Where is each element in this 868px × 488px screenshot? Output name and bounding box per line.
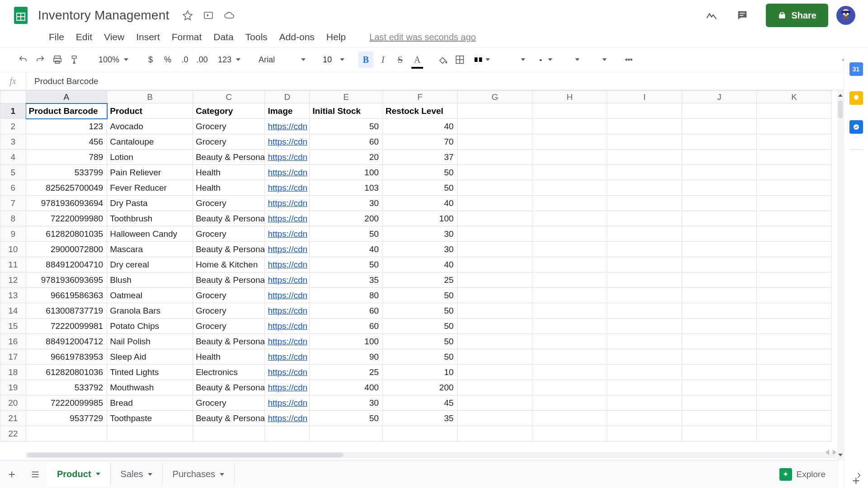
cell-F1[interactable]: Restock Level xyxy=(382,103,458,119)
image-link[interactable]: https://cdn xyxy=(268,198,307,208)
cell-C18[interactable]: Electronics xyxy=(193,365,264,380)
cell-A8[interactable]: 72220099980 xyxy=(26,211,107,226)
row-header-7[interactable]: 7 xyxy=(0,196,26,211)
cell-E17[interactable]: 90 xyxy=(310,349,382,365)
cloud-status-icon[interactable] xyxy=(223,9,235,21)
cell-I8[interactable] xyxy=(607,211,682,226)
image-link[interactable]: https://cdn xyxy=(268,291,307,300)
cell-A11[interactable]: 884912004710 xyxy=(26,257,107,272)
cell-G16[interactable] xyxy=(458,334,533,349)
cell-B9[interactable]: Halloween Candy xyxy=(107,226,193,242)
cell-J3[interactable] xyxy=(682,134,757,150)
cell-E14[interactable]: 60 xyxy=(310,303,382,319)
cell-B15[interactable]: Potato Chips xyxy=(107,319,193,334)
last-edit-link[interactable]: Last edit was seconds ago xyxy=(369,32,476,42)
cell-B7[interactable]: Dry Pasta xyxy=(107,196,193,211)
cell-H10[interactable] xyxy=(532,242,607,257)
row-header-21[interactable]: 21 xyxy=(0,411,26,426)
cell-D4[interactable]: https://cdn xyxy=(265,150,310,165)
cell-D18[interactable]: https://cdn xyxy=(265,365,310,380)
document-title[interactable]: Inventory Management xyxy=(38,8,169,23)
cell-I9[interactable] xyxy=(607,226,682,242)
cell-E12[interactable]: 35 xyxy=(310,272,382,288)
cell-I20[interactable] xyxy=(607,395,682,411)
cell-H11[interactable] xyxy=(532,257,607,272)
redo-button[interactable] xyxy=(33,52,48,68)
cell-I15[interactable] xyxy=(607,319,682,334)
cell-I22[interactable] xyxy=(607,426,682,441)
horizontal-scroll-thumb[interactable] xyxy=(27,453,344,457)
cell-J7[interactable] xyxy=(682,196,757,211)
cell-K15[interactable] xyxy=(757,319,832,334)
borders-button[interactable] xyxy=(452,52,467,68)
cell-G5[interactable] xyxy=(458,165,533,180)
cell-K7[interactable] xyxy=(757,196,832,211)
column-header-J[interactable]: J xyxy=(682,91,757,103)
cell-E11[interactable]: 50 xyxy=(310,257,382,272)
cell-C21[interactable]: Beauty & Personal xyxy=(193,411,264,426)
sheet-nav-left[interactable] xyxy=(826,450,829,455)
font-family-select[interactable]: Arial xyxy=(255,55,309,65)
sheet-nav-right[interactable] xyxy=(833,450,836,455)
cell-F14[interactable]: 50 xyxy=(382,303,458,319)
cell-K16[interactable] xyxy=(757,334,832,349)
cell-B22[interactable] xyxy=(107,426,193,441)
number-format-select[interactable]: 123 xyxy=(212,55,245,65)
cell-D11[interactable]: https://cdn xyxy=(265,257,310,272)
column-header-K[interactable]: K xyxy=(757,91,832,103)
cell-K22[interactable] xyxy=(757,426,832,441)
cell-J12[interactable] xyxy=(682,272,757,288)
image-link[interactable]: https://cdn xyxy=(268,260,307,269)
cell-F5[interactable]: 50 xyxy=(382,165,458,180)
cell-H3[interactable] xyxy=(532,134,607,150)
cell-G2[interactable] xyxy=(458,119,533,134)
text-wrap-button[interactable] xyxy=(559,55,584,64)
cell-H15[interactable] xyxy=(532,319,607,334)
zoom-select[interactable]: 100% xyxy=(92,55,133,65)
cell-J19[interactable] xyxy=(682,380,757,395)
cell-A6[interactable]: 825625700049 xyxy=(26,180,107,196)
cell-G20[interactable] xyxy=(458,395,533,411)
cell-D20[interactable]: https://cdn xyxy=(265,395,310,411)
image-link[interactable]: https://cdn xyxy=(268,352,307,361)
cell-E4[interactable]: 20 xyxy=(310,150,382,165)
cell-B20[interactable]: Bread xyxy=(107,395,193,411)
row-header-18[interactable]: 18 xyxy=(0,365,26,380)
more-toolbar-button[interactable] xyxy=(621,52,637,68)
cell-C19[interactable]: Beauty & Personal xyxy=(193,380,264,395)
cell-F21[interactable]: 35 xyxy=(382,411,458,426)
menu-format[interactable]: Format xyxy=(172,32,202,42)
image-link[interactable]: https://cdn xyxy=(268,413,307,423)
image-link[interactable]: https://cdn xyxy=(268,306,307,315)
cell-J15[interactable] xyxy=(682,319,757,334)
cell-D5[interactable]: https://cdn xyxy=(265,165,310,180)
row-header-14[interactable]: 14 xyxy=(0,303,26,319)
cell-A2[interactable]: 123 xyxy=(26,119,107,134)
row-header-13[interactable]: 13 xyxy=(0,288,26,303)
cell-C5[interactable]: Health xyxy=(193,165,264,180)
column-header-G[interactable]: G xyxy=(458,91,533,103)
cell-J5[interactable] xyxy=(682,165,757,180)
cell-B16[interactable]: Nail Polish xyxy=(107,334,193,349)
font-size-select[interactable]: 10 xyxy=(319,55,348,65)
cell-C3[interactable]: Grocery xyxy=(193,134,264,150)
cell-I10[interactable] xyxy=(607,242,682,257)
cell-H2[interactable] xyxy=(532,119,607,134)
cell-D16[interactable]: https://cdn xyxy=(265,334,310,349)
cell-A4[interactable]: 789 xyxy=(26,150,107,165)
cell-K20[interactable] xyxy=(757,395,832,411)
image-link[interactable]: https://cdn xyxy=(268,275,307,285)
format-currency-button[interactable]: $ xyxy=(143,52,158,68)
cell-I21[interactable] xyxy=(607,411,682,426)
cell-G1[interactable] xyxy=(458,103,533,119)
row-header-16[interactable]: 16 xyxy=(0,334,26,349)
cell-C17[interactable]: Health xyxy=(193,349,264,365)
cell-K10[interactable] xyxy=(757,242,832,257)
row-header-4[interactable]: 4 xyxy=(0,150,26,165)
row-header-5[interactable]: 5 xyxy=(0,165,26,180)
tasks-addon-icon[interactable] xyxy=(849,120,863,134)
cell-E15[interactable]: 60 xyxy=(310,319,382,334)
cell-K4[interactable] xyxy=(757,150,832,165)
print-button[interactable] xyxy=(50,52,65,68)
scroll-down-arrow[interactable] xyxy=(838,452,843,458)
